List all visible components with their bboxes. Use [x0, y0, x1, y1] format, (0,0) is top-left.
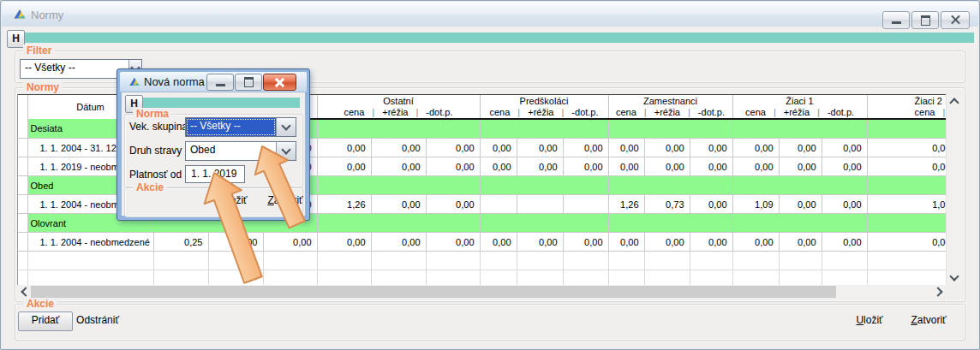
grid-cell[interactable] [779, 270, 822, 286]
group-row-cell[interactable] [608, 214, 732, 233]
scroll-down-button[interactable] [947, 270, 962, 285]
grid-cell[interactable] [426, 270, 480, 286]
grid-cell[interactable]: 0,00 [563, 139, 608, 157]
grid-cell[interactable]: 0,00 [208, 233, 263, 252]
grid-cell[interactable] [317, 270, 371, 286]
group-row-cell[interactable] [317, 214, 480, 233]
grid-cell[interactable] [263, 270, 317, 286]
grid-cell[interactable]: 0,00 [822, 139, 867, 157]
grid-cell[interactable] [563, 252, 608, 270]
grid-cell[interactable]: 0,00 [480, 139, 517, 157]
grid-cell[interactable]: 0,00 [263, 233, 317, 252]
grid-cell[interactable]: 0,00 [480, 157, 517, 176]
grid-cell[interactable]: 0,00 [426, 139, 480, 157]
date-cell[interactable]: 1. 1. 2004 - neobmedzené [27, 233, 153, 252]
grid-cell[interactable]: 0,00 [608, 157, 644, 176]
grid-cell[interactable] [208, 252, 263, 270]
group-row-cell[interactable] [732, 119, 867, 139]
horizontal-scrollbar[interactable] [17, 285, 946, 299]
dialog-save-button[interactable]: Uložiť [212, 192, 256, 210]
grid-cell[interactable]: 0,00 [644, 157, 690, 176]
grid-cell[interactable] [517, 252, 563, 270]
scroll-right-button[interactable] [932, 285, 946, 299]
grid-cell[interactable] [822, 252, 867, 270]
grid-cell[interactable]: 0,00 [371, 157, 426, 176]
grid-cell[interactable] [690, 252, 732, 270]
minimize-button[interactable] [882, 11, 910, 29]
group-row-cell[interactable] [732, 214, 867, 233]
group-row-cell[interactable] [867, 119, 947, 139]
grid-cell[interactable]: 0,00 [317, 139, 371, 157]
grid-cell[interactable]: 0,00 [732, 233, 779, 252]
group-row-cell[interactable] [480, 176, 608, 195]
group-row-cell[interactable] [317, 119, 480, 139]
grid-cell[interactable]: 0,73 [644, 195, 690, 214]
dialog-minimize-button[interactable] [206, 74, 234, 91]
close-window-button[interactable]: Zatvoriť [900, 311, 957, 329]
group-row-cell[interactable] [317, 176, 480, 195]
scroll-left-button[interactable] [17, 285, 31, 299]
grid-cell[interactable]: 0,00 [779, 195, 822, 214]
group-row-cell[interactable] [608, 176, 732, 195]
grid-cell[interactable]: 0,00 [426, 233, 480, 252]
grid-cell[interactable] [517, 270, 563, 286]
grid-cell[interactable] [153, 252, 208, 270]
group-row-cell[interactable] [867, 214, 947, 233]
grid-cell[interactable]: 0,00 [480, 233, 517, 252]
group-row-cell[interactable] [480, 119, 608, 139]
grid-cell[interactable]: 0,00 [779, 139, 822, 157]
grid-cell[interactable]: 0,00 [317, 157, 371, 176]
close-button[interactable] [941, 11, 970, 29]
meal-type-dropdown-button[interactable] [276, 142, 296, 160]
grid-cell[interactable] [608, 252, 644, 270]
grid-cell[interactable]: 0,00 [426, 195, 480, 214]
grid-cell[interactable] [317, 252, 371, 270]
filter-combobox-value[interactable]: -- Všetky -- [21, 60, 128, 78]
grid-cell[interactable] [153, 270, 208, 286]
grid-cell[interactable]: 0,00 [867, 157, 947, 176]
grid-cell[interactable]: 0,00 [732, 139, 779, 157]
maximize-button[interactable] [911, 11, 939, 29]
grid-cell[interactable]: 0,00 [371, 139, 426, 157]
group-row-cell[interactable] [608, 119, 732, 139]
grid-cell[interactable]: 0,00 [371, 195, 426, 214]
grid-cell[interactable] [732, 270, 779, 286]
grid-cell[interactable]: 0,00 [690, 195, 732, 214]
dialog-maximize-button[interactable] [235, 74, 262, 91]
meal-type-combobox[interactable]: Obed [185, 141, 296, 161]
group-row-cell[interactable] [867, 176, 947, 195]
grid-cell[interactable] [822, 270, 867, 286]
grid-cell[interactable] [732, 252, 779, 270]
grid-cell[interactable]: 0,00 [867, 233, 947, 252]
grid-cell[interactable]: 0,00 [690, 139, 732, 157]
grid-cell[interactable]: 0,00 [690, 233, 732, 252]
grid-cell[interactable]: 0,00 [426, 157, 480, 176]
grid-cell[interactable]: 0,00 [822, 157, 867, 176]
grid-cell[interactable]: 0,00 [690, 157, 732, 176]
grid-cell[interactable] [867, 270, 947, 286]
grid-cell[interactable]: 0,00 [317, 233, 371, 252]
vertical-scrollbar[interactable] [946, 94, 962, 285]
remove-button[interactable]: Odstrániť [69, 311, 126, 329]
grid-cell[interactable] [644, 270, 690, 286]
grid-cell[interactable] [563, 270, 608, 286]
grid-cell[interactable]: 0,00 [644, 233, 690, 252]
grid-cell[interactable]: 0,00 [608, 233, 644, 252]
dialog-close-action-button[interactable]: Zatvoriť [263, 192, 308, 210]
grid-cell[interactable] [371, 270, 426, 286]
horizontal-scroll-thumb[interactable] [31, 286, 836, 298]
grid-cell[interactable]: 0,00 [517, 233, 563, 252]
grid-cell[interactable]: 0,25 [153, 233, 208, 252]
grid-cell[interactable] [517, 195, 563, 214]
grid-cell[interactable] [426, 252, 480, 270]
grid-cell[interactable]: 0,00 [608, 139, 644, 157]
grid-cell[interactable] [563, 195, 608, 214]
date-cell[interactable] [27, 252, 153, 270]
grid-cell[interactable] [480, 195, 517, 214]
valid-from-input[interactable]: 1. 1. 2019 [185, 165, 245, 183]
grid-cell[interactable] [480, 252, 517, 270]
grid-cell[interactable] [779, 252, 822, 270]
grid-cell[interactable]: 0,00 [644, 139, 690, 157]
grid-cell[interactable]: 0,00 [822, 233, 867, 252]
group-row-cell[interactable] [480, 214, 608, 233]
